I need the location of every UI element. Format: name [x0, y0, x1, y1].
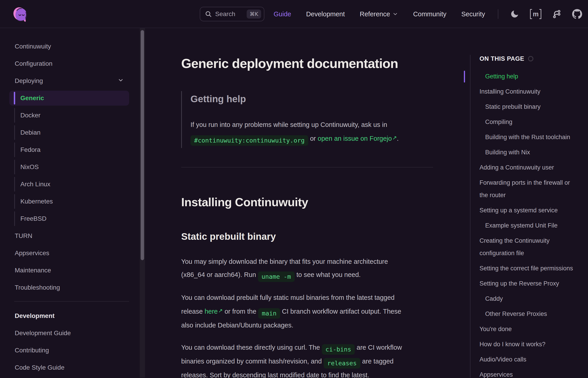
- matrix-bracket: [539, 9, 541, 19]
- toc-item-adding-user[interactable]: Adding a Continuwuity user: [480, 161, 588, 174]
- toc-item-creating-config[interactable]: Creating the Continuwuityconfiguration f…: [480, 235, 588, 259]
- matrix-link[interactable]: m: [530, 9, 541, 19]
- nav-link-security[interactable]: Security: [461, 10, 485, 18]
- paragraph-text: are tagged: [360, 358, 394, 365]
- toc-item-label: Compiling: [485, 116, 588, 128]
- search-button[interactable]: Search ⌘K: [200, 7, 264, 21]
- dark-mode-toggle[interactable]: [510, 9, 520, 19]
- primary-nav: Guide Development Reference Community Se…: [274, 0, 485, 28]
- toc-item-label: You're done: [480, 323, 588, 335]
- chevron-down-icon: [392, 11, 398, 17]
- paragraph-text: also include Debian/Ubuntu packages.: [181, 322, 293, 329]
- toc-item-appservices[interactable]: Appservices: [480, 368, 588, 378]
- toc-item-other-reverse-proxies[interactable]: Other Reverse Proxies: [480, 308, 588, 320]
- page-title: Generic deployment documentation: [181, 55, 435, 72]
- paragraph-text: or from the: [223, 308, 258, 315]
- continuwuity-logo[interactable]: [12, 5, 30, 24]
- sidebar-item-debian[interactable]: Debian: [0, 124, 140, 141]
- matrix-icon: [530, 9, 532, 19]
- release-here-link[interactable]: here: [205, 308, 218, 315]
- main-branch-code: main: [258, 308, 280, 319]
- sidebar: Continuwuity Configuration Deploying Gen…: [0, 28, 140, 378]
- github-link[interactable]: [572, 9, 582, 19]
- toc-item-label: Other Reverse Proxies: [485, 308, 588, 320]
- matrix-letter: m: [532, 11, 539, 17]
- sidebar-divider: [14, 301, 129, 302]
- sidebar-item-maintenance[interactable]: Maintenance: [0, 262, 140, 279]
- toc-list: Getting help Installing Continuwuity Sta…: [480, 70, 588, 378]
- sidebar-item-contributing[interactable]: Contributing: [0, 342, 140, 359]
- nav-link-community[interactable]: Community: [413, 10, 446, 18]
- toc-item-systemd-service[interactable]: Setting up a systemd service: [480, 204, 588, 217]
- sidebar-item-continuwuity[interactable]: Continuwuity: [0, 38, 140, 55]
- forgejo-icon: [552, 9, 562, 19]
- search-icon: [205, 10, 212, 18]
- toc-item-static-prebuilt-binary[interactable]: Static prebuilt binary: [480, 101, 588, 113]
- sidebar-item-appservices[interactable]: Appservices: [0, 244, 140, 262]
- toc-item-forwarding-ports[interactable]: Forwarding ports in the firewall orthe r…: [480, 176, 588, 202]
- sidebar-item-code-style-guide[interactable]: Code Style Guide: [0, 359, 140, 376]
- external-link-icon: ↗: [392, 135, 397, 141]
- note-line-1: If you run into any problems while setti…: [191, 118, 435, 131]
- releases-code: releases: [324, 358, 360, 368]
- paragraph-text: You can download these directly using cu…: [181, 344, 322, 351]
- paragraph-text: binaries organized by commit hash/revisi…: [181, 358, 324, 365]
- sidebar-item-nixos[interactable]: NixOS: [0, 158, 140, 176]
- toc-item-label: Caddy: [485, 293, 588, 305]
- sidebar-item-development-guide[interactable]: Development Guide: [0, 324, 140, 342]
- nav-link-reference-label: Reference: [360, 10, 390, 18]
- toc-item-caddy[interactable]: Caddy: [480, 293, 588, 305]
- sidebar-item-turn[interactable]: TURN: [0, 227, 140, 244]
- paragraph: You can download prebuilt fully static m…: [181, 291, 435, 332]
- sidebar-item-freebsd[interactable]: FreeBSD: [0, 210, 140, 227]
- toc-item-label: Audio/Video calls: [480, 353, 588, 366]
- section-divider: [181, 167, 433, 167]
- toc-item-file-permissions[interactable]: Setting the correct file permissions: [480, 262, 588, 275]
- page: Search ⌘K Guide Development Reference Co…: [0, 0, 588, 378]
- paragraph-text: CI branch workflow artifact output. Thes…: [280, 308, 401, 315]
- toc-item-compiling[interactable]: Compiling: [480, 116, 588, 128]
- matrix-room-code: #continuwuity:continuwuity.org: [191, 135, 308, 146]
- toc-item-building-rust-toolchain[interactable]: Building with the Rust toolchain: [480, 131, 588, 143]
- on-this-page: ON THIS PAGE Getting help Installing Con…: [470, 28, 588, 378]
- forgejo-issue-link[interactable]: open an issue on Forgejo: [318, 135, 392, 142]
- sidebar-item-fedora[interactable]: Fedora: [0, 141, 140, 158]
- sidebar-item-troubleshooting[interactable]: Troubleshooting: [0, 279, 140, 296]
- toc-item-label: configuration file: [480, 247, 588, 259]
- nav-link-guide[interactable]: Guide: [274, 10, 291, 18]
- sidebar-item-arch-linux[interactable]: Arch Linux: [0, 176, 140, 193]
- toc-item-label: Forwarding ports in the firewall or: [480, 176, 588, 189]
- toc-item-label: Static prebuilt binary: [485, 101, 588, 113]
- sidebar-item-configuration[interactable]: Configuration: [0, 55, 140, 72]
- toc-item-audio-video-calls[interactable]: Audio/Video calls: [480, 353, 588, 366]
- toc-item-youre-done[interactable]: You're done: [480, 323, 588, 335]
- toc-item-label: Appservices: [480, 368, 588, 378]
- scrollbar-track[interactable]: [140, 28, 145, 378]
- main-content: Generic deployment documentation Getting…: [145, 28, 470, 378]
- paragraph: You may simply download the binary that …: [181, 255, 435, 282]
- toc-item-reverse-proxy[interactable]: Setting up the Reverse Proxy: [480, 277, 588, 290]
- toc-item-label: Creating the Continuwuity: [480, 235, 588, 247]
- toc-item-how-do-i-know[interactable]: How do I know it works?: [480, 338, 588, 351]
- navbar-divider: [498, 9, 498, 19]
- moon-icon: [510, 9, 519, 19]
- toc-item-getting-help[interactable]: Getting help: [480, 70, 588, 83]
- sidebar-item-kubernetes[interactable]: Kubernetes: [0, 193, 140, 210]
- forgejo-link[interactable]: [552, 9, 562, 19]
- sidebar-item-docker[interactable]: Docker: [0, 107, 140, 124]
- nav-link-development[interactable]: Development: [306, 10, 345, 18]
- nav-link-reference[interactable]: Reference: [360, 10, 398, 18]
- uname-command-code: uname -m: [258, 271, 295, 282]
- scrollbar-thumb[interactable]: [141, 30, 144, 260]
- paragraph-text: You may simply download the binary that …: [181, 258, 388, 265]
- sidebar-item-deploying[interactable]: Deploying: [0, 72, 140, 90]
- toc-item-label: Adding a Continuwuity user: [480, 161, 588, 174]
- installing-heading: Installing Continuwuity: [181, 195, 435, 209]
- sidebar-item-generic[interactable]: Generic: [0, 90, 140, 107]
- toc-item-example-systemd-unit[interactable]: Example systemd Unit File: [480, 219, 588, 232]
- progress-ring-icon: [528, 56, 533, 61]
- toc-item-installing-continuwuity[interactable]: Installing Continuwuity: [480, 85, 588, 98]
- toc-heading-row: ON THIS PAGE: [480, 55, 588, 63]
- toc-item-building-with-nix[interactable]: Building with Nix: [480, 146, 588, 159]
- github-icon: [572, 9, 582, 19]
